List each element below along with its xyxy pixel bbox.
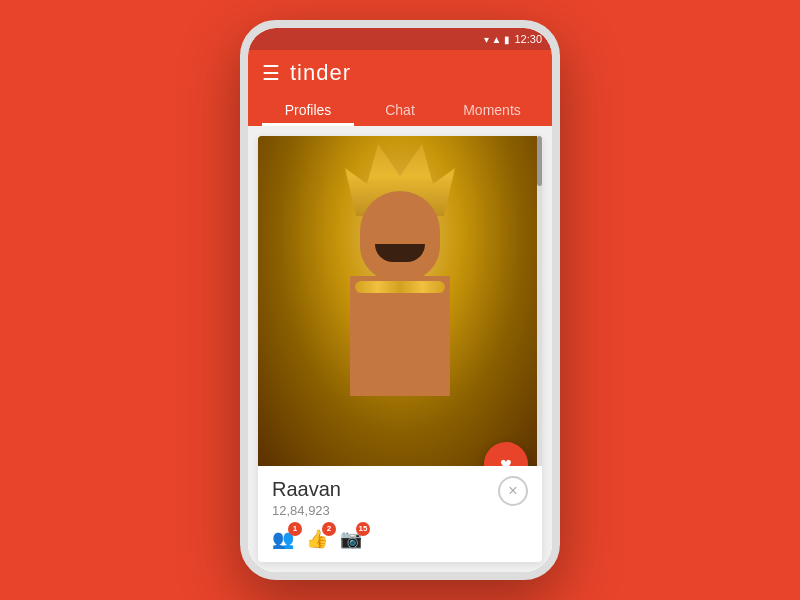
phone-screen: ▾ ▲ ▮ 12:30 ☰ tinder Profiles Chat Momen… bbox=[248, 28, 552, 572]
tab-moments[interactable]: Moments bbox=[446, 96, 538, 126]
phone-device: ▾ ▲ ▮ 12:30 ☰ tinder Profiles Chat Momen… bbox=[240, 20, 560, 580]
social-item-likes[interactable]: 👍 2 bbox=[306, 528, 328, 550]
main-content: ♥ × Raavan 12,84,923 👥 1 👍 bbox=[248, 126, 552, 572]
signal-icon: ▲ bbox=[492, 34, 502, 45]
wifi-icon: ▾ bbox=[484, 34, 489, 45]
top-bar-row: ☰ tinder bbox=[262, 60, 538, 86]
card-scrollbar-thumb bbox=[537, 136, 542, 186]
status-time: 12:30 bbox=[514, 33, 542, 45]
card-info: × Raavan 12,84,923 👥 1 👍 2 📷 bbox=[258, 466, 542, 562]
app-name: tinder bbox=[290, 60, 351, 86]
battery-icon: ▮ bbox=[504, 34, 510, 45]
dismiss-button[interactable]: × bbox=[498, 476, 528, 506]
social-item-instagram[interactable]: 📷 15 bbox=[340, 528, 362, 550]
hamburger-icon[interactable]: ☰ bbox=[262, 63, 280, 83]
profile-card: ♥ × Raavan 12,84,923 👥 1 👍 bbox=[258, 136, 542, 562]
profile-image: ♥ bbox=[258, 136, 542, 466]
tab-profiles[interactable]: Profiles bbox=[262, 96, 354, 126]
likes-badge: 2 bbox=[322, 522, 336, 536]
friends-badge: 1 bbox=[288, 522, 302, 536]
character-body bbox=[350, 276, 450, 396]
profile-name: Raavan bbox=[272, 478, 528, 501]
top-bar: ☰ tinder Profiles Chat Moments bbox=[248, 50, 552, 126]
profile-id: 12,84,923 bbox=[272, 503, 528, 518]
heart-icon: ♥ bbox=[500, 454, 512, 466]
social-row: 👥 1 👍 2 📷 15 bbox=[272, 526, 528, 554]
social-item-friends[interactable]: 👥 1 bbox=[272, 528, 294, 550]
card-scrollbar bbox=[537, 136, 542, 466]
tab-chat[interactable]: Chat bbox=[354, 96, 446, 126]
nav-tabs: Profiles Chat Moments bbox=[262, 96, 538, 126]
character-face bbox=[360, 191, 440, 281]
character-jewelry bbox=[355, 281, 445, 293]
status-bar: ▾ ▲ ▮ 12:30 bbox=[248, 28, 552, 50]
status-icons: ▾ ▲ ▮ bbox=[484, 34, 511, 45]
instagram-badge: 15 bbox=[356, 522, 370, 536]
